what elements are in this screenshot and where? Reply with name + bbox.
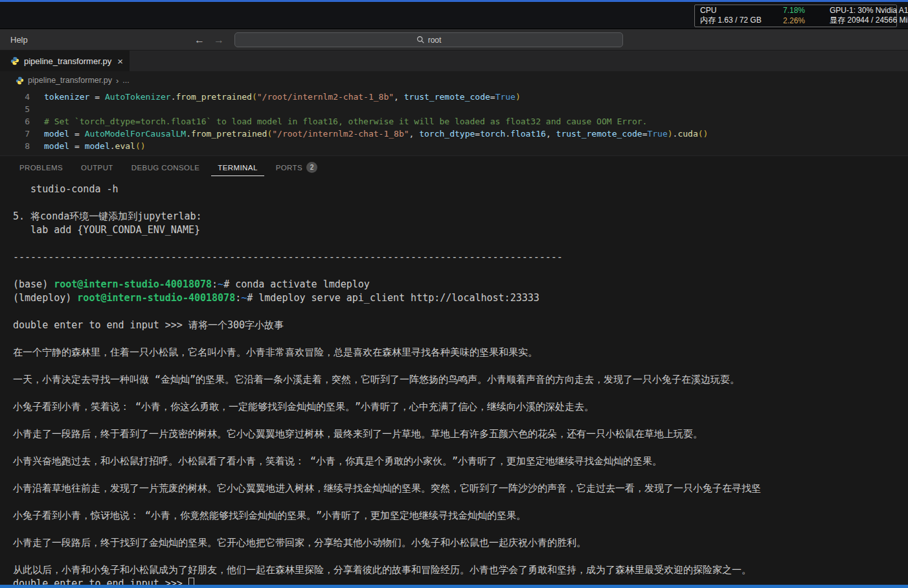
status-bar-accent — [0, 585, 908, 588]
terminal-line: 5. 将conda环境一键添加到jupyterlab: — [13, 210, 908, 223]
terminal-line: studio-conda -h — [13, 183, 908, 196]
terminal-line — [13, 495, 908, 509]
terminal-line — [13, 468, 908, 482]
panel-tab-ports[interactable]: PORTS2 — [269, 159, 324, 176]
code-line[interactable]: 6# Set `torch_dtype=torch.float16` to lo… — [0, 115, 908, 128]
back-arrow-icon[interactable]: ← — [194, 34, 205, 46]
terminal-line: 小青走了一段路后，终于看到了一片茂密的树林。它小心翼翼地穿过树林，最终来到了一片… — [13, 427, 908, 441]
terminal-line: double enter to end input >>> — [13, 577, 908, 585]
panel-tab-bar: PROBLEMSOUTPUTDEBUG CONSOLETERMINALPORTS… — [0, 155, 908, 178]
terminal-line — [13, 441, 908, 455]
terminal-line: 小兔子看到小青，笑着说： “小青，你这么勇敢，一定能够找到金灿灿的坚果。”小青听… — [13, 400, 908, 414]
terminal-line: (base) root@intern-studio-40018078:~# co… — [13, 278, 908, 291]
python-icon — [16, 76, 24, 85]
gpu-label: GPU-1: 30% Nvidia A100 — [830, 6, 908, 15]
panel-tab-output[interactable]: OUTPUT — [74, 159, 120, 176]
search-icon — [416, 36, 425, 44]
terminal-line — [13, 550, 908, 563]
terminal-line — [13, 264, 908, 278]
code-text: tokenizer = AutoTokenizer.from_pretraine… — [30, 91, 521, 103]
cpu-value: 7.18% — [783, 6, 830, 15]
terminal-line — [13, 196, 908, 210]
code-line[interactable]: 4tokenizer = AutoTokenizer.from_pretrain… — [0, 91, 908, 103]
tab-title: pipeline_transformer.py — [24, 56, 111, 66]
line-number: 7 — [0, 128, 30, 140]
command-center-search[interactable]: root — [234, 32, 623, 47]
terminal-line — [13, 237, 908, 251]
line-number: 5 — [0, 103, 30, 115]
terminal-line: (lmdeploy) root@intern-studio-40018078:~… — [13, 291, 908, 305]
terminal-line: 小青走了一段路后，终于找到了金灿灿的坚果。它开心地把它带回家，分享给其他小动物们… — [13, 536, 908, 550]
vram-label: 显存 20944 / 24566 MiB — [830, 15, 908, 26]
panel-tab-terminal[interactable]: TERMINAL — [211, 159, 264, 176]
tab-pipeline-transformer[interactable]: pipeline_transformer.py × — [0, 51, 130, 71]
terminal-line: lab add {YOUR_CONDA_ENV_NAME} — [13, 223, 908, 237]
terminal-line — [13, 414, 908, 427]
panel-tab-label: PROBLEMS — [19, 164, 63, 172]
terminal-line — [13, 387, 908, 400]
history-navigation: ← → — [194, 29, 224, 51]
panel-tab-label: DEBUG CONSOLE — [131, 164, 200, 172]
close-icon[interactable]: × — [117, 56, 123, 66]
code-line[interactable]: 7model = AutoModelForCausalLM.from_pretr… — [0, 128, 908, 140]
title-bar: CPU 7.18% GPU-1: 30% Nvidia A100 0% 内存 1… — [0, 2, 908, 29]
terminal-line: 一天，小青决定去寻找一种叫做 “金灿灿”的坚果。它沿着一条小溪走着，突然，它听到… — [13, 373, 908, 387]
chevron-right-icon: › — [116, 76, 119, 85]
terminal-line: 在一个宁静的森林里，住着一只小松鼠，它名叫小青。小青非常喜欢冒险，总是喜欢在森林… — [13, 346, 908, 359]
memory-value: 2.26% — [783, 16, 830, 25]
memory-label: 内存 1.63 / 72 GB — [700, 15, 783, 26]
code-line[interactable]: 8model = model.eval() — [0, 140, 908, 152]
search-value: root — [428, 36, 442, 45]
cpu-label: CPU — [700, 6, 783, 15]
code-text: model = model.eval() — [30, 140, 146, 152]
resource-monitor: CPU 7.18% GPU-1: 30% Nvidia A100 0% 内存 1… — [694, 5, 897, 27]
panel-tab-label: TERMINAL — [218, 164, 257, 172]
menu-bar: Help ← → root — [0, 29, 908, 51]
terminal-line: 从此以后，小青和小兔子和小松鼠成为了好朋友，他们一起在森林里探险，分享着彼此的故… — [13, 563, 908, 577]
editor-tab-bar: pipeline_transformer.py × — [0, 51, 908, 71]
line-number: 6 — [0, 115, 30, 128]
panel-tab-debug-console[interactable]: DEBUG CONSOLE — [125, 159, 207, 176]
code-text — [30, 103, 44, 115]
vscode-window: CPU 7.18% GPU-1: 30% Nvidia A100 0% 内存 1… — [0, 0, 908, 588]
terminal-line: 小青兴奋地跑过去，和小松鼠打招呼。小松鼠看了看小青，笑着说： “小青，你真是个勇… — [13, 455, 908, 468]
panel-tab-label: PORTS — [276, 164, 302, 172]
panel-tabs: PROBLEMSOUTPUTDEBUG CONSOLETERMINALPORTS… — [13, 159, 324, 176]
breadcrumb-more[interactable]: ... — [122, 76, 129, 85]
breadcrumb-file[interactable]: pipeline_transformer.py — [28, 76, 112, 85]
editor-lines: 4tokenizer = AutoTokenizer.from_pretrain… — [0, 91, 908, 152]
code-text: # Set `torch_dtype=torch.float16` to loa… — [30, 115, 647, 128]
menu-help[interactable]: Help — [5, 29, 33, 51]
terminal-line — [13, 305, 908, 319]
resource-row-2: 内存 1.63 / 72 GB 2.26% 显存 20944 / 24566 M… — [700, 15, 891, 26]
code-editor[interactable]: 4tokenizer = AutoTokenizer.from_pretrain… — [0, 89, 908, 155]
line-number: 4 — [0, 91, 30, 103]
terminal-line: ----------------------------------------… — [13, 251, 908, 264]
terminal-line — [13, 523, 908, 536]
panel-tab-label: OUTPUT — [81, 164, 113, 172]
terminal-output: studio-conda -h 5. 将conda环境一键添加到jupyterl… — [13, 183, 908, 585]
terminal-line: double enter to end input >>> 请将一个300字小故… — [13, 319, 908, 332]
resource-row-1: CPU 7.18% GPU-1: 30% Nvidia A100 0% — [700, 6, 891, 15]
breadcrumb: pipeline_transformer.py › ... — [0, 71, 908, 89]
ports-badge: 2 — [306, 162, 317, 173]
terminal-cursor — [188, 578, 194, 585]
terminal-line — [13, 359, 908, 373]
code-line[interactable]: 5 — [0, 103, 908, 115]
terminal-line: 小青沿着草地往前走，发现了一片荒废的树林。它小心翼翼地进入树林，继续寻找金灿灿的… — [13, 482, 908, 495]
terminal-line — [13, 332, 908, 346]
forward-arrow-icon[interactable]: → — [214, 34, 224, 46]
panel-tab-problems[interactable]: PROBLEMS — [13, 159, 69, 176]
terminal-line: 小兔子看到小青，惊讶地说： “小青，你竟然能够找到金灿灿的坚果。”小青听了，更加… — [13, 509, 908, 523]
code-text: model = AutoModelForCausalLM.from_pretra… — [30, 128, 708, 140]
terminal-panel[interactable]: studio-conda -h 5. 将conda环境一键添加到jupyterl… — [0, 178, 908, 585]
line-number: 8 — [0, 140, 30, 152]
python-icon — [10, 56, 19, 65]
